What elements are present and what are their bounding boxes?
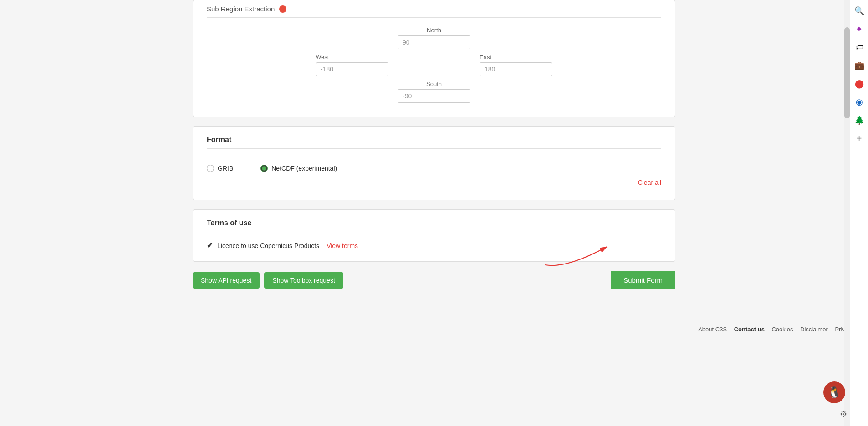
- format-netcdf-option[interactable]: NetCDF (experimental): [260, 165, 337, 172]
- clear-all-button[interactable]: Clear all: [638, 179, 661, 186]
- geo-badge-icon: [279, 5, 286, 13]
- west-field-group: West: [316, 54, 388, 76]
- format-options: GRIB NetCDF (experimental): [207, 158, 661, 172]
- format-netcdf-radio[interactable]: [260, 165, 268, 172]
- tree-icon[interactable]: 🌲: [853, 114, 866, 127]
- right-sidebar: 🔍 ✦ 🏷 💼 ⬤ ◉ 🌲 +: [850, 0, 868, 426]
- north-field-group: North: [398, 27, 470, 49]
- terms-section: Terms of use ✔ Licence to use Copernicus…: [193, 209, 675, 262]
- contact-us-link[interactable]: Contact us: [734, 326, 765, 333]
- east-input[interactable]: [480, 62, 552, 76]
- footer: About C3S Contact us Cookies Disclaimer …: [0, 321, 868, 337]
- browser-icon[interactable]: ◉: [853, 96, 866, 108]
- format-section-title: Format: [207, 136, 661, 149]
- checkmark-icon: ✔: [207, 241, 213, 250]
- south-label: South: [398, 81, 470, 87]
- north-label: North: [398, 27, 470, 34]
- action-row: Show API request Show Toolbox request Su…: [193, 271, 675, 289]
- show-toolbox-button[interactable]: Show Toolbox request: [264, 272, 343, 289]
- coordinate-grid: North West East South: [316, 27, 552, 103]
- scrollbar-thumb[interactable]: [844, 27, 850, 118]
- format-grib-option[interactable]: GRIB: [207, 165, 233, 172]
- scrollbar-track[interactable]: [844, 0, 850, 426]
- licence-text: Licence to use Copernicus Products: [217, 242, 319, 249]
- geo-region-card: Sub Region Extraction North West East So…: [193, 0, 675, 117]
- west-label: West: [316, 54, 388, 61]
- search-icon[interactable]: 🔍: [853, 5, 866, 17]
- briefcase-icon[interactable]: 💼: [853, 59, 866, 72]
- about-c3s-link[interactable]: About C3S: [698, 326, 727, 333]
- settings-icon[interactable]: ⚙: [840, 409, 847, 419]
- cookies-link[interactable]: Cookies: [771, 326, 793, 333]
- geo-region-header: Sub Region Extraction: [207, 5, 661, 18]
- south-field-group: South: [398, 81, 470, 103]
- show-api-button[interactable]: Show API request: [193, 272, 260, 289]
- north-input[interactable]: [398, 36, 470, 49]
- disclaimer-link[interactable]: Disclaimer: [800, 326, 828, 333]
- geo-region-title: Sub Region Extraction: [207, 5, 275, 13]
- avatar-icon[interactable]: 🐧: [823, 381, 845, 403]
- submit-area: Submit Form: [611, 271, 675, 289]
- tag-icon[interactable]: 🏷: [853, 41, 866, 54]
- west-input[interactable]: [316, 62, 388, 76]
- format-section: Format GRIB NetCDF (experimental) Clear …: [193, 126, 675, 200]
- east-field-group: East: [480, 54, 552, 76]
- format-grib-label: GRIB: [218, 165, 233, 172]
- view-terms-link[interactable]: View terms: [327, 242, 358, 249]
- terms-section-title: Terms of use: [207, 219, 661, 232]
- submit-form-button[interactable]: Submit Form: [611, 271, 675, 289]
- terms-item: ✔ Licence to use Copernicus Products Vie…: [207, 241, 661, 250]
- south-input[interactable]: [398, 89, 470, 103]
- star-icon[interactable]: ✦: [853, 23, 866, 36]
- add-icon[interactable]: +: [853, 132, 866, 145]
- left-buttons: Show API request Show Toolbox request: [193, 272, 343, 289]
- office-icon[interactable]: ⬤: [853, 77, 866, 90]
- format-grib-radio[interactable]: [207, 165, 214, 172]
- format-netcdf-label: NetCDF (experimental): [271, 165, 337, 172]
- east-label: East: [480, 54, 552, 61]
